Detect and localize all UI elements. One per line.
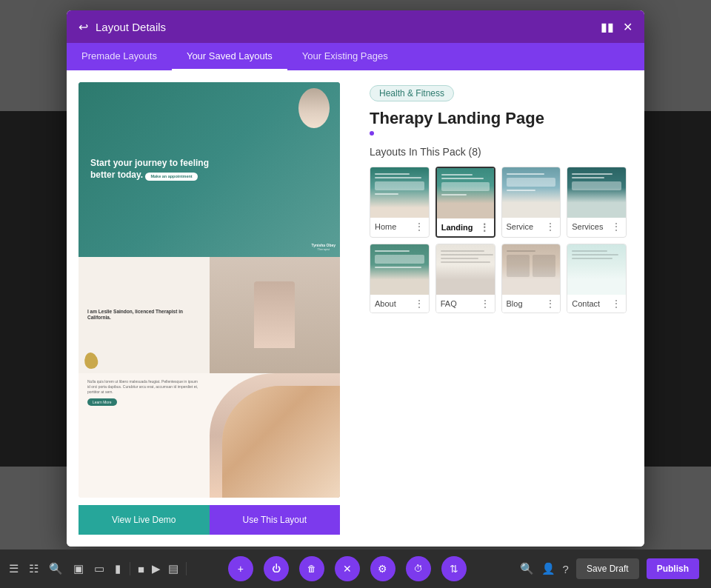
thumb-home[interactable]: Home ⋮ [370,167,430,238]
zoom-icon[interactable]: 🔍 [520,562,534,575]
settings-button[interactable]: ⚙ [370,556,395,581]
thumb-about-more-icon[interactable]: ⋮ [414,298,424,310]
monitor-icon[interactable]: ▣ [73,562,84,575]
back-icon[interactable]: ↩ [79,20,88,34]
thumb-landing-more-icon[interactable]: ⋮ [479,221,490,233]
thumb-blog-preview [502,244,561,295]
thumb-faq-more-icon[interactable]: ⋮ [480,298,490,310]
delete-button[interactable]: 🗑 [299,556,324,581]
bg-left [0,111,70,467]
thumb-blog[interactable]: Blog ⋮ [501,244,561,313]
use-this-layout-button[interactable]: Use This Layout [210,505,341,535]
hamburger-icon[interactable]: ☰ [9,562,19,575]
help-icon[interactable]: ? [563,563,569,575]
modal-header-actions: ▮▮ ✕ [601,20,632,34]
thumb-home-footer: Home ⋮ [370,218,429,235]
preview-hero-text: Start your journey to feeling better tod… [90,158,221,181]
preview-hero-avatar [298,88,330,128]
thumb-faq-footer: FAQ ⋮ [436,295,495,313]
thumb-service[interactable]: Service ⋮ [501,167,561,238]
thumb-about-footer: About ⋮ [370,295,429,313]
thumb-service-preview [502,167,561,218]
layout-dot-indicator [370,131,374,136]
thumb-faq[interactable]: FAQ ⋮ [435,244,495,313]
columns-icon[interactable]: ▤ [168,562,178,575]
grid-icon[interactable]: ☷ [29,562,39,575]
tab-existing-pages[interactable]: Your Existing Pages [287,43,403,70]
thumb-service-footer: Service ⋮ [502,218,561,235]
thumb-services-more-icon[interactable]: ⋮ [611,221,621,233]
learn-more-btn[interactable]: Learn More [87,398,117,406]
preview-therapist-photo [210,257,341,373]
user-icon[interactable]: 👤 [541,562,555,575]
toolbar-right-group: 🔍 👤 ? Save Draft Publish [508,558,711,579]
modal-body: Start your journey to feeling better tod… [67,70,644,547]
preview-hero: Start your journey to feeling better tod… [79,82,340,257]
mobile-icon[interactable]: ▮ [115,562,121,575]
preview-pane: Start your journey to feeling better tod… [67,70,352,547]
thumb-services[interactable]: Services ⋮ [567,167,627,238]
pointer-icon[interactable]: ▶ [152,562,161,575]
thumb-about[interactable]: About ⋮ [370,244,430,313]
tab-saved-layouts[interactable]: Your Saved Layouts [172,43,287,70]
thumb-contact-footer: Contact ⋮ [567,295,626,313]
category-badge: Health & Fitness [370,85,454,101]
layouts-pack-label: Layouts In This Pack (8) [370,146,627,158]
tablet-icon[interactable]: ▭ [94,562,104,575]
thumb-landing-preview [437,168,494,218]
preview-page: Start your journey to feeling better tod… [79,82,340,498]
therapist-figure [210,257,341,373]
layout-details-modal: ↩ Layout Details ▮▮ ✕ Premade Layouts Yo… [67,10,644,547]
thumb-about-preview [370,244,429,295]
view-live-demo-button[interactable]: View Live Demo [79,505,210,535]
preview-bottom-photo [210,373,341,498]
preview-hero-btn[interactable]: Make an appointment [145,173,197,181]
hands-image [222,386,340,498]
thumb-service-more-icon[interactable]: ⋮ [545,221,555,233]
toolbar-center-left-group: ■ ▶ ▤ [130,562,187,575]
layout-title: Therapy Landing Page [370,109,627,128]
thumb-contact[interactable]: Contact ⋮ [567,244,627,313]
search-icon[interactable]: 🔍 [49,562,63,575]
thumb-blog-footer: Blog ⋮ [502,295,561,313]
save-draft-button[interactable]: Save Draft [576,558,639,579]
modal-title: Layout Details [96,21,601,33]
publish-button[interactable]: Publish [647,558,699,579]
thumb-landing[interactable]: Landing ⋮ [435,167,495,238]
preview-image: Start your journey to feeling better tod… [79,82,340,498]
bg-right [641,111,711,467]
thumb-contact-preview [567,244,626,295]
preview-therapist-section: I am Leslie Saindon, licenced Therapist … [79,257,340,373]
thumb-faq-preview [436,244,495,295]
thumb-home-more-icon[interactable]: ⋮ [414,221,424,233]
preview-hero-name: Tynisha Obey Therapist [312,243,336,251]
close-icon[interactable]: ✕ [623,20,632,34]
toolbar: ☰ ☷ 🔍 ▣ ▭ ▮ ■ ▶ ▤ + ⏻ 🗑 ✕ ⚙ ⏱ ⇅ 🔍 👤 ? Sa… [0,549,711,588]
thumb-services-footer: Services ⋮ [567,218,626,235]
toolbar-left-group: ☰ ☷ 🔍 ▣ ▭ ▮ [0,562,130,575]
history-button[interactable]: ⏱ [406,556,431,581]
thumb-landing-footer: Landing ⋮ [437,218,494,236]
thumb-blog-more-icon[interactable]: ⋮ [545,298,555,310]
modal-header: ↩ Layout Details ▮▮ ✕ [67,10,644,43]
preview-therapist-text: I am Leslie Saindon, licenced Therapist … [79,303,215,327]
info-pane: Health & Fitness Therapy Landing Page La… [352,70,644,547]
add-button[interactable]: + [228,556,253,581]
preview-bottom: Nulla quis lorem ut libero malesuada feu… [79,373,340,498]
tab-premade-layouts[interactable]: Premade Layouts [67,43,172,70]
preview-actions: View Live Demo Use This Layout [79,505,340,535]
thumb-contact-more-icon[interactable]: ⋮ [611,298,621,310]
thumb-home-preview [370,167,429,218]
close-button[interactable]: ✕ [335,556,360,581]
toolbar-main-buttons: + ⏻ 🗑 ✕ ⚙ ⏱ ⇅ [187,556,508,581]
thumbnails-grid: Home ⋮ Landing ⋮ [370,167,627,313]
power-button[interactable]: ⏻ [264,556,289,581]
pause-icon[interactable]: ▮▮ [601,20,614,34]
modal-tabs: Premade Layouts Your Saved Layouts Your … [67,43,644,70]
preview-gold-shape [83,351,99,370]
preview-bottom-text: Nulla quis lorem ut libero malesuada feu… [79,373,210,498]
thumb-services-preview [567,167,626,218]
select-icon[interactable]: ■ [138,563,144,575]
sort-button[interactable]: ⇅ [441,556,467,581]
